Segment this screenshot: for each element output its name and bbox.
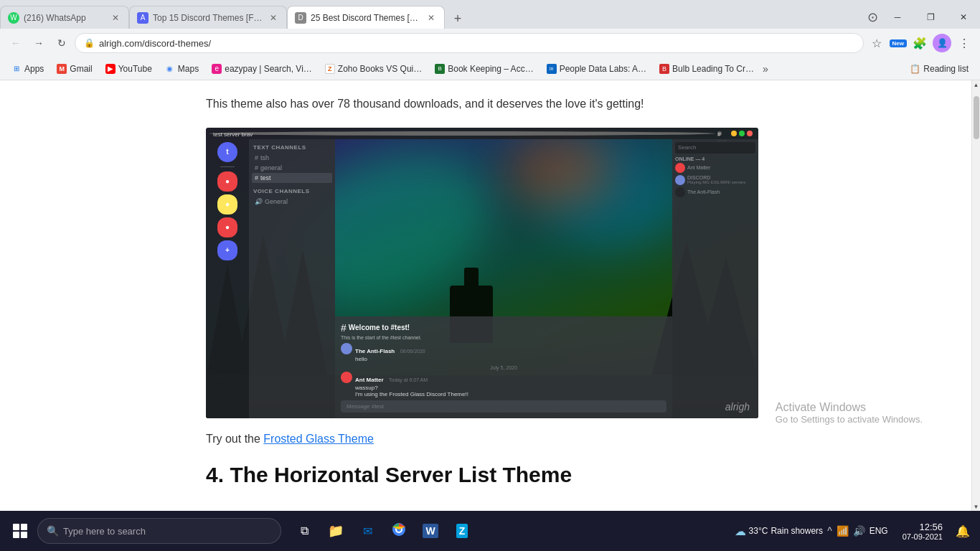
user1-info: Ant Matter bbox=[687, 165, 710, 170]
discord-server-title: test server brav bbox=[209, 131, 715, 136]
chrome-menu-button[interactable]: ⋮ bbox=[954, 33, 974, 53]
maximize-button[interactable]: ❐ bbox=[914, 6, 947, 29]
more-bookmarks-button[interactable]: » bbox=[763, 63, 768, 75]
discord-chat-overlay: # Welcome to #test! This is the start of… bbox=[335, 316, 672, 418]
reading-list-button[interactable]: 📋 Reading list bbox=[904, 62, 974, 75]
msg1-avatar bbox=[341, 343, 352, 354]
tab-discord1-title: Top 15 Discord Themes [For Bett… bbox=[153, 13, 263, 23]
word-button[interactable]: W bbox=[416, 517, 445, 545]
bookmark-people[interactable]: in People Data Labs: A… bbox=[541, 60, 652, 77]
frosted-glass-link[interactable]: Frosted Glass Theme bbox=[263, 433, 374, 445]
windows-logo bbox=[13, 524, 27, 538]
mail-button[interactable]: ✉ bbox=[353, 517, 382, 545]
user2-status: Playing MG ESIL/MINI servers bbox=[687, 180, 745, 184]
bookmark-eazypay[interactable]: e eazypay | Search, Vi… bbox=[206, 60, 318, 77]
bookmark-youtube[interactable]: ▶ YouTube bbox=[100, 60, 158, 77]
discord-message-input[interactable]: Message #test bbox=[341, 400, 666, 413]
network-icon[interactable]: 📶 bbox=[837, 525, 849, 537]
profile-avatar[interactable]: 👤 bbox=[933, 34, 951, 52]
bookmark-people-label: People Data Labs: A… bbox=[560, 64, 646, 74]
win-logo-tl bbox=[13, 524, 19, 530]
discord-server-sidebar: t ● ● ● + bbox=[206, 139, 249, 418]
scroll-thumb[interactable] bbox=[974, 96, 979, 139]
channel-name-test: test bbox=[260, 174, 271, 182]
volume-icon[interactable]: 🔊 bbox=[853, 525, 865, 537]
discord-channel-general: # general bbox=[252, 163, 332, 173]
search-icon: 🔍 bbox=[47, 525, 59, 537]
try-out-paragraph: Try out the Frosted Glass Theme bbox=[206, 433, 765, 446]
page-layout: This theme also has over 78 thousand dow… bbox=[0, 80, 980, 511]
hashtag-icon: # bbox=[341, 322, 347, 334]
taskbar-clock[interactable]: 12:56 07-09-2021 bbox=[897, 522, 948, 541]
url-text: alrigh.com/discord-themes/ bbox=[99, 38, 854, 49]
bookmark-bulb[interactable]: B Bulb Leading To Cr… bbox=[654, 60, 760, 77]
user2-name: DISCORD bbox=[687, 175, 745, 180]
scroll-down-arrow[interactable]: ▼ bbox=[972, 502, 980, 511]
bookkeeping-favicon: B bbox=[435, 64, 445, 74]
channel-hash-2: # bbox=[255, 164, 258, 171]
bulb-favicon: B bbox=[659, 64, 669, 74]
show-hidden-icons[interactable]: ^ bbox=[827, 525, 832, 537]
task-view-button[interactable]: ⧉ bbox=[290, 517, 319, 545]
tab-whatsapp[interactable]: W (216) WhatsApp ✕ bbox=[0, 6, 129, 29]
user1-avatar bbox=[675, 163, 685, 173]
discord-user-2: DISCORD Playing MG ESIL/MINI servers bbox=[675, 175, 755, 185]
bookmark-apps[interactable]: ⊞ Apps bbox=[6, 60, 50, 77]
chrome-button[interactable] bbox=[385, 517, 413, 545]
reading-list-icon: 📋 bbox=[910, 64, 920, 74]
start-button[interactable] bbox=[6, 517, 34, 545]
reading-list-label: Reading list bbox=[923, 64, 969, 74]
bookmark-maps[interactable]: ◉ Maps bbox=[159, 60, 204, 77]
discord1-favicon: A bbox=[137, 12, 149, 24]
tab-discord1-close[interactable]: ✕ bbox=[268, 12, 279, 24]
new-tab-button[interactable]: + bbox=[448, 9, 468, 29]
page-scrollbar[interactable]: ▲ ▼ bbox=[971, 80, 980, 511]
chrome-icon bbox=[392, 522, 406, 540]
bookmarks-bar: ⊞ Apps M Gmail ▶ YouTube ◉ Maps e eazypa… bbox=[0, 57, 980, 80]
file-explorer-button[interactable]: 📁 bbox=[321, 517, 350, 545]
bookmark-gmail[interactable]: M Gmail bbox=[51, 60, 98, 77]
taskbar-search[interactable]: 🔍 Type here to search bbox=[37, 518, 281, 544]
history-icon: ⊙ bbox=[867, 9, 878, 25]
forward-button[interactable]: → bbox=[29, 33, 49, 53]
language-indicator[interactable]: ENG bbox=[870, 526, 888, 536]
discord-server-icon-2: ● bbox=[217, 171, 237, 192]
bookmark-bookkeeping[interactable]: B Book Keeping – Acc… bbox=[429, 60, 539, 77]
tab-discord2[interactable]: D 25 Best Discord Themes [For Bett… ✕ bbox=[287, 6, 445, 29]
bookmark-maps-label: Maps bbox=[178, 64, 199, 74]
tab-discord1[interactable]: A Top 15 Discord Themes [For Bett… ✕ bbox=[129, 6, 287, 29]
msg1-text: hello bbox=[355, 356, 666, 362]
section-4-heading: 4. The Horizontal Server List Theme bbox=[206, 463, 765, 487]
bookmark-zoho[interactable]: Z Zoho Books VS Qui… bbox=[319, 60, 428, 77]
zoho-favicon: Z bbox=[325, 64, 335, 74]
discord-channel-title: # test bbox=[717, 131, 722, 136]
weather-widget[interactable]: ☁ 33°C Rain showers bbox=[735, 524, 824, 538]
zscaler-button[interactable]: Z bbox=[448, 517, 476, 545]
tab-whatsapp-title: (216) WhatsApp bbox=[24, 13, 105, 23]
discord-server-icon-4: ● bbox=[217, 217, 237, 237]
youtube-favicon: ▶ bbox=[105, 64, 116, 74]
bookmark-star-button[interactable]: ☆ bbox=[867, 33, 887, 53]
scroll-up-arrow[interactable]: ▲ bbox=[972, 80, 980, 89]
tab-discord2-close[interactable]: ✕ bbox=[425, 12, 437, 24]
channel-hash-1: # bbox=[255, 154, 258, 161]
tab-whatsapp-close[interactable]: ✕ bbox=[110, 12, 121, 24]
welcome-subtitle: This is the start of the #test channel. bbox=[341, 335, 666, 340]
back-button[interactable]: ← bbox=[6, 33, 26, 53]
win-logo-bl bbox=[13, 532, 19, 538]
systray: ☁ 33°C Rain showers ^ 📶 🔊 ENG bbox=[729, 511, 894, 551]
bookmark-bulb-label: Bulb Leading To Cr… bbox=[672, 64, 754, 74]
notification-center-button[interactable]: 🔔 bbox=[951, 511, 974, 551]
people-favicon: in bbox=[547, 64, 557, 74]
address-bar[interactable]: 🔒 alrigh.com/discord-themes/ bbox=[75, 33, 864, 53]
article-paragraph: This theme also has over 78 thousand dow… bbox=[206, 95, 765, 113]
minimize-button[interactable]: ─ bbox=[881, 6, 914, 29]
maps-favicon: ◉ bbox=[165, 64, 175, 74]
channel-hash-3: # bbox=[255, 174, 258, 182]
discord-server-icon-3: ● bbox=[217, 194, 237, 215]
extensions-button[interactable]: 🧩 bbox=[910, 33, 930, 53]
reload-button[interactable]: ↻ bbox=[52, 33, 72, 53]
discord-screenshot: test server brav # test bbox=[206, 128, 758, 418]
close-button[interactable]: ✕ bbox=[947, 6, 980, 29]
bookmark-apps-label: Apps bbox=[24, 64, 44, 74]
